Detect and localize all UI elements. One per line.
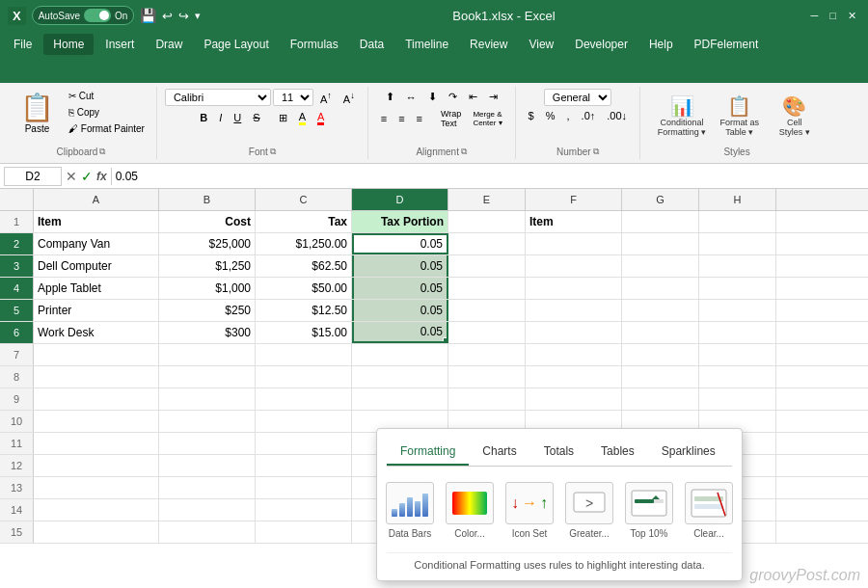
decrease-decimal-button[interactable]: .00↓ bbox=[602, 108, 632, 123]
font-size-select[interactable]: 11 bbox=[273, 89, 313, 106]
cell-a11[interactable] bbox=[34, 433, 159, 454]
cell-e8[interactable] bbox=[448, 366, 526, 388]
formula-input[interactable] bbox=[111, 168, 864, 185]
cell-f4[interactable] bbox=[526, 278, 622, 299]
font-name-select[interactable]: Calibri bbox=[165, 89, 271, 106]
italic-button[interactable]: I bbox=[214, 110, 227, 125]
col-header-b[interactable]: B bbox=[159, 189, 256, 210]
cell-c10[interactable] bbox=[256, 411, 352, 432]
clipboard-expand-icon[interactable]: ⧉ bbox=[99, 147, 105, 157]
qa-item-iconset[interactable]: ↓ → ↑ Icon Set bbox=[505, 482, 554, 539]
cell-f3[interactable] bbox=[526, 255, 622, 277]
cell-g2[interactable] bbox=[622, 233, 699, 254]
bold-button[interactable]: B bbox=[195, 110, 212, 125]
confirm-formula-icon[interactable]: ✓ bbox=[81, 169, 93, 184]
cell-e1[interactable] bbox=[448, 211, 526, 232]
cell-e7[interactable] bbox=[448, 344, 526, 365]
menu-home[interactable]: Home bbox=[43, 34, 94, 55]
cell-c13[interactable] bbox=[256, 477, 352, 498]
cell-styles-button[interactable]: 🎨 CellStyles ▾ bbox=[768, 89, 821, 143]
cell-a1[interactable]: Item bbox=[34, 211, 159, 232]
wrap-text-button[interactable]: WrapText bbox=[436, 107, 466, 130]
autosave-badge[interactable]: AutoSave On bbox=[32, 6, 135, 25]
underline-button[interactable]: U bbox=[229, 110, 246, 125]
cell-c7[interactable] bbox=[256, 344, 352, 365]
qa-item-clear[interactable]: Clear... bbox=[685, 482, 733, 539]
cell-c11[interactable] bbox=[256, 433, 352, 454]
cell-b8[interactable] bbox=[159, 366, 256, 388]
cell-c1[interactable]: Tax bbox=[256, 211, 352, 232]
qa-tab-totals[interactable]: Totals bbox=[530, 439, 587, 466]
cell-c5[interactable]: $12.50 bbox=[256, 300, 352, 321]
more-commands-icon[interactable]: ▾ bbox=[195, 10, 201, 22]
menu-timeline[interactable]: Timeline bbox=[395, 34, 458, 55]
cell-h5[interactable] bbox=[699, 300, 776, 321]
cell-c2[interactable]: $1,250.00 bbox=[256, 233, 352, 254]
cell-e3[interactable] bbox=[448, 255, 526, 277]
cell-d3[interactable]: 0.05 bbox=[352, 255, 448, 277]
cell-g3[interactable] bbox=[622, 255, 699, 277]
cell-b5[interactable]: $250 bbox=[159, 300, 256, 321]
cell-g5[interactable] bbox=[622, 300, 699, 321]
cell-c8[interactable] bbox=[256, 366, 352, 388]
cell-c6[interactable]: $15.00 bbox=[256, 322, 352, 343]
cell-h2[interactable] bbox=[699, 233, 776, 254]
save-icon[interactable]: 💾 bbox=[140, 8, 156, 23]
cell-d4[interactable]: 0.05 bbox=[352, 278, 448, 299]
menu-draw[interactable]: Draw bbox=[146, 34, 192, 55]
cell-e6[interactable] bbox=[448, 322, 526, 343]
cell-e4[interactable] bbox=[448, 278, 526, 299]
cell-d5[interactable]: 0.05 bbox=[352, 300, 448, 321]
cell-b11[interactable] bbox=[159, 433, 256, 454]
align-top-button[interactable]: ⬆ bbox=[381, 89, 399, 105]
menu-data[interactable]: Data bbox=[350, 34, 393, 55]
qa-tab-formatting[interactable]: Formatting bbox=[387, 439, 469, 466]
cell-g7[interactable] bbox=[622, 344, 699, 365]
maximize-button[interactable]: □ bbox=[826, 8, 840, 23]
cell-h3[interactable] bbox=[699, 255, 776, 277]
undo-icon[interactable]: ↩ bbox=[162, 9, 173, 23]
qa-item-top[interactable]: Top 10% bbox=[625, 482, 673, 539]
align-right-button[interactable]: ≡ bbox=[412, 111, 427, 126]
cell-f7[interactable] bbox=[526, 344, 622, 365]
cell-c9[interactable] bbox=[256, 388, 352, 410]
col-header-f[interactable]: F bbox=[526, 189, 622, 210]
col-header-a[interactable]: A bbox=[34, 189, 159, 210]
cell-g1[interactable] bbox=[622, 211, 699, 232]
cell-b12[interactable] bbox=[159, 455, 256, 476]
cell-a15[interactable] bbox=[34, 521, 159, 543]
align-center-button[interactable]: ≡ bbox=[393, 111, 409, 126]
menu-developer[interactable]: Developer bbox=[565, 34, 637, 55]
indent-increase-button[interactable]: ⇥ bbox=[484, 89, 502, 105]
col-header-d[interactable]: D bbox=[352, 189, 448, 210]
font-expand-icon[interactable]: ⧉ bbox=[270, 147, 276, 157]
increase-font-size-button[interactable]: A↑ bbox=[315, 89, 337, 107]
menu-help[interactable]: Help bbox=[639, 34, 683, 55]
cell-h8[interactable] bbox=[699, 366, 776, 388]
border-button[interactable]: ⊞ bbox=[274, 110, 292, 126]
number-format-select[interactable]: General bbox=[544, 89, 611, 106]
cell-a8[interactable] bbox=[34, 366, 159, 388]
cell-c12[interactable] bbox=[256, 455, 352, 476]
comma-style-button[interactable]: , bbox=[562, 108, 575, 123]
cell-f9[interactable] bbox=[526, 388, 622, 410]
cell-e5[interactable] bbox=[448, 300, 526, 321]
menu-insert[interactable]: Insert bbox=[95, 34, 144, 55]
cell-f2[interactable] bbox=[526, 233, 622, 254]
format-painter-button[interactable]: 🖌 Format Painter bbox=[65, 121, 149, 136]
cell-f1[interactable]: Item bbox=[526, 211, 622, 232]
cell-b13[interactable] bbox=[159, 477, 256, 498]
cell-e9[interactable] bbox=[448, 388, 526, 410]
text-direction-button[interactable]: ↷ bbox=[444, 89, 462, 105]
qa-item-color[interactable]: Color... bbox=[446, 482, 494, 539]
cell-d2[interactable]: 0.05 bbox=[352, 233, 448, 254]
row-num-header-corner[interactable] bbox=[0, 189, 34, 210]
cell-c3[interactable]: $62.50 bbox=[256, 255, 352, 277]
col-header-h[interactable]: H bbox=[699, 189, 776, 210]
fill-color-button[interactable]: A bbox=[294, 109, 311, 127]
menu-formulas[interactable]: Formulas bbox=[281, 34, 348, 55]
cell-d9[interactable] bbox=[352, 388, 448, 410]
col-header-e[interactable]: E bbox=[448, 189, 526, 210]
conditional-formatting-button[interactable]: 📊 ConditionalFormatting ▾ bbox=[653, 89, 712, 143]
cell-a7[interactable] bbox=[34, 344, 159, 365]
